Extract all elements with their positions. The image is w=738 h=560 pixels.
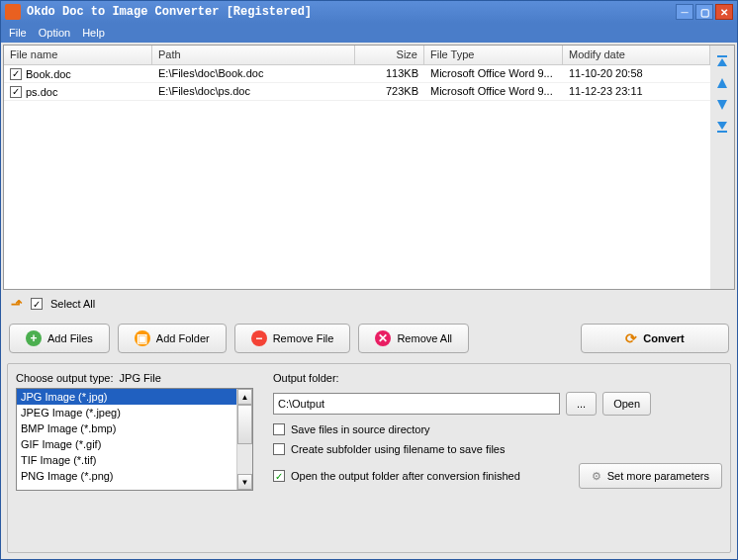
menu-option[interactable]: Option	[39, 27, 70, 39]
open-after-checkbox[interactable]: ✓	[273, 470, 285, 482]
reorder-buttons	[710, 46, 734, 289]
table-header: File name Path Size File Type Modify dat…	[4, 46, 710, 65]
create-subfolder-checkbox[interactable]	[273, 443, 285, 455]
cell-filename: ps.doc	[26, 86, 57, 98]
content-area: File name Path Size File Type Modify dat…	[1, 43, 737, 559]
menu-file[interactable]: File	[9, 27, 27, 39]
cell-path: E:\Files\doc\ps.doc	[152, 83, 355, 100]
cell-date: 11-12-23 23:11	[563, 83, 710, 100]
move-up-button[interactable]	[714, 75, 730, 91]
close-button[interactable]: ✕	[715, 4, 733, 20]
cell-type: Microsoft Office Word 9...	[424, 65, 563, 82]
open-folder-button[interactable]: Open	[602, 392, 651, 416]
selectall-label: Select All	[50, 298, 95, 310]
list-item[interactable]: BMP Image (*.bmp)	[17, 420, 236, 436]
save-source-label: Save files in source directory	[291, 423, 430, 435]
cell-type: Microsoft Office Word 9...	[424, 83, 563, 100]
file-table-area: File name Path Size File Type Modify dat…	[3, 45, 735, 290]
move-down-button[interactable]	[714, 97, 730, 113]
convert-icon: ⟳	[625, 330, 637, 346]
table-row[interactable]: ✓ps.doc E:\Files\doc\ps.doc 723KB Micros…	[4, 83, 710, 101]
remove-all-button[interactable]: ✕Remove All	[358, 324, 469, 353]
cell-filename: Book.doc	[26, 68, 71, 80]
col-size[interactable]: Size	[355, 46, 424, 64]
output-type-listbox[interactable]: JPG Image (*.jpg)JPEG Image (*.jpeg)BMP …	[16, 388, 253, 491]
selectall-checkbox[interactable]: ✓	[31, 298, 43, 310]
cell-size: 723KB	[355, 83, 424, 100]
list-item[interactable]: JPEG Image (*.jpeg)	[17, 405, 236, 420]
maximize-button[interactable]: ▢	[695, 4, 713, 20]
scroll-down-button[interactable]: ▼	[237, 474, 252, 490]
settings-panel: Choose output type: JPG File JPG Image (…	[7, 363, 731, 553]
minus-icon: −	[251, 330, 267, 346]
output-type-label: Choose output type: JPG File	[16, 372, 253, 384]
scroll-thumb[interactable]	[237, 405, 252, 444]
move-top-button[interactable]	[714, 53, 730, 69]
open-after-label: Open the output folder after conversion …	[291, 470, 520, 482]
col-path[interactable]: Path	[152, 46, 355, 64]
row-checkbox[interactable]: ✓	[10, 68, 22, 80]
scroll-up-button[interactable]: ▲	[237, 389, 252, 405]
cell-path: E:\Files\doc\Book.doc	[152, 65, 355, 82]
col-filetype[interactable]: File Type	[424, 46, 563, 64]
svg-marker-1	[717, 58, 727, 66]
minimize-button[interactable]: ─	[676, 4, 693, 20]
set-more-parameters-button[interactable]: ⚙Set more parameters	[579, 463, 722, 489]
toolbar: +Add Files ▣Add Folder −Remove File ✕Rem…	[3, 318, 735, 359]
parent-folder-icon[interactable]: ⬏	[11, 296, 23, 312]
table-body: ✓Book.doc E:\Files\doc\Book.doc 113KB Mi…	[4, 65, 710, 101]
convert-button[interactable]: ⟳Convert	[581, 324, 729, 353]
folder-icon: ▣	[135, 330, 150, 346]
svg-rect-0	[717, 55, 727, 57]
remove-file-button[interactable]: −Remove File	[234, 324, 351, 353]
list-item[interactable]: TIF Image (*.tif)	[17, 452, 236, 468]
table-row[interactable]: ✓Book.doc E:\Files\doc\Book.doc 113KB Mi…	[4, 65, 710, 83]
clear-icon: ✕	[375, 330, 391, 346]
menu-help[interactable]: Help	[82, 27, 105, 39]
plus-icon: +	[26, 330, 42, 346]
app-icon	[5, 4, 21, 20]
list-item[interactable]: GIF Image (*.gif)	[17, 436, 236, 452]
svg-marker-3	[717, 100, 727, 110]
cell-date: 11-10-20 20:58	[563, 65, 710, 82]
col-filename[interactable]: File name	[4, 46, 152, 64]
add-files-button[interactable]: +Add Files	[9, 324, 110, 353]
list-item[interactable]: PNG Image (*.png)	[17, 468, 236, 484]
cell-size: 113KB	[355, 65, 424, 82]
selectall-row: ⬏ ✓ Select All	[3, 290, 735, 318]
gear-icon: ⚙	[592, 470, 601, 483]
list-item[interactable]: JPG Image (*.jpg)	[17, 389, 236, 405]
row-checkbox[interactable]: ✓	[10, 86, 22, 98]
browse-button[interactable]: ...	[566, 392, 597, 416]
add-folder-button[interactable]: ▣Add Folder	[118, 324, 227, 353]
move-bottom-button[interactable]	[714, 119, 730, 135]
listbox-scrollbar[interactable]: ▲ ▼	[236, 389, 252, 490]
output-folder-label: Output folder:	[273, 372, 722, 384]
titlebar: Okdo Doc to Image Converter [Registered]…	[1, 1, 737, 23]
menubar: File Option Help	[1, 23, 737, 43]
svg-marker-2	[717, 78, 727, 88]
svg-marker-4	[717, 122, 727, 130]
app-window: Okdo Doc to Image Converter [Registered]…	[0, 0, 738, 560]
window-title: Okdo Doc to Image Converter [Registered]	[27, 5, 676, 19]
save-source-checkbox[interactable]	[273, 423, 285, 435]
svg-rect-5	[717, 131, 727, 133]
col-modify[interactable]: Modify date	[563, 46, 710, 64]
create-subfolder-label: Create subfolder using filename to save …	[291, 443, 505, 455]
output-folder-input[interactable]	[273, 393, 560, 415]
